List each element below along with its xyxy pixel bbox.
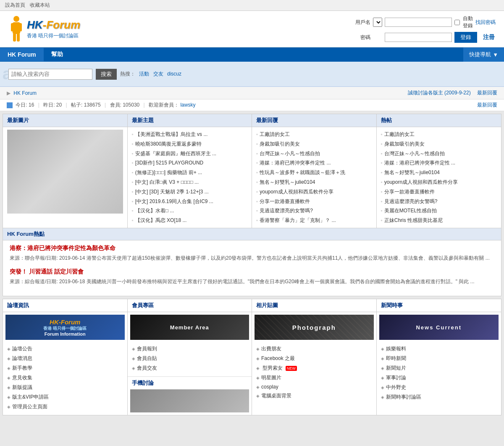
list-item: [中文] 白澤□眞 V3 + □□□□ ... [132, 177, 248, 187]
hot-article-0: 港察：港府已將沖突事件定性為顏色革命 來源：聯合早報/日期: 2019-06-1… [10, 245, 494, 262]
latest-replies-body: 工廠請的女工 身裁加吸引的美女 台灣正妹～小凡～性感自拍 港媒：港府已將沖突事件… [252, 127, 377, 228]
list-item: 會員報到 [132, 344, 248, 354]
mobile-banner [130, 389, 249, 412]
latest-reply-nav-link[interactable]: 最新回覆 [477, 102, 497, 108]
list-item: (無修正)[□□□] 痴藥物語 前+ ... [132, 168, 248, 177]
main-sections: 最新圖片 最新主題 【美洲盃戰士戰場】烏拉圭 vs ... 曉哈斯3800萬復元… [3, 114, 501, 228]
recruit-moderator-link[interactable]: 誠徵討論各版主 (2009-9-22) [408, 90, 472, 96]
list-item: youporn成人視頻和西瓜軟件分享 [256, 187, 372, 197]
password-label: 密碼 [352, 34, 370, 41]
svg-rect-5 [17, 33, 20, 42]
nav-item-forum[interactable]: HK Forum [0, 48, 44, 61]
nav-item-help[interactable]: 幫助 [44, 47, 71, 62]
list-item: 見過這麼漂亮的女警嗎? [256, 206, 372, 216]
list-item: 意見收集 [7, 373, 123, 383]
stats-icon [7, 102, 13, 108]
news-header: 新聞時事 [377, 299, 501, 312]
hot-search-activity[interactable]: 活動 [139, 71, 149, 77]
list-item: 香港警察「暴力」定「克制」？ ... [256, 216, 372, 225]
list-item: 出費朋友 [256, 344, 372, 354]
mobile-section-title: 手機討論 [128, 376, 252, 389]
auto-login-label: 自動登錄 [454, 15, 473, 29]
hot-posts-header: 熱帖 [377, 114, 501, 127]
hot-section: HK Forum熱點 港察：港府已將沖突事件定性為顏色革命 來源：聯合早報/日期… [3, 228, 501, 296]
new-member-link[interactable]: lawsky [180, 102, 195, 108]
list-item: 明星圖片 [256, 373, 372, 383]
latest-topics-list: 【美洲盃戰士戰場】烏拉圭 vs ... 曉哈斯3800萬復元重返多蒙特 安盛基『… [132, 130, 248, 225]
stats-bar: 今日: 16 | 昨日: 20 | 帖子: 138675 | 會員: 10503… [0, 99, 504, 111]
nav-right: 快捷導航 ▼ [463, 47, 504, 62]
member-banner-wrap: Member Area [128, 312, 252, 340]
hot-search-discuz[interactable]: discuz [167, 71, 181, 77]
search-button[interactable]: 搜索 [96, 69, 117, 80]
auto-login-checkbox[interactable] [454, 20, 460, 25]
news-links: 娛樂報料 即時新聞 新聞短片 軍事討論 中外野史 新聞時事討論區 [377, 342, 501, 404]
list-item: 台灣正妹～小凡～性感自拍 [381, 149, 497, 159]
search-bar: a α α α α α 搜索 熱搜： 活動 交友 discuz [0, 62, 504, 87]
breadcrumb: ▶ HK Forum 誠徵討論各版主 (2009-9-22) 最新回覆 [0, 87, 504, 99]
set-home-link[interactable]: 設為首頁 [5, 2, 25, 8]
username-input[interactable] [385, 18, 452, 27]
register-link[interactable]: 注冊 [483, 34, 495, 41]
hot-article-content-1: 來源：綜合報道/日期: 2019-06-18 美國總統川普一小時前發布推特稱與習… [10, 278, 494, 286]
login-area: 用戶名 自動登錄 找回密碼 密碼 登錄 注冊 [352, 15, 496, 43]
list-item: 新版提議 [7, 383, 123, 392]
list-item: 美麗在MOTEL性感自拍 [381, 206, 497, 216]
latest-pic-placeholder [7, 130, 123, 214]
logo-person-icon [8, 16, 24, 43]
list-item: 軍事討論 [381, 373, 497, 383]
logo: HK-Forum 香港 唔只得一個討論區 [8, 16, 80, 43]
latest-replies-section: 最新回覆 工廠請的女工 身裁加吸引的美女 台灣正妹～小凡～性感自拍 港媒：港府已… [252, 114, 377, 228]
list-item: 論壇消息 [7, 354, 123, 363]
list-item: cosplay [256, 383, 372, 391]
latest-pics-section: 最新圖片 [3, 114, 128, 228]
hot-posts-list: 工廠請的女工 身裁加吸引的美女 台灣正妹～小凡～性感自拍 港媒：港府已將沖突事件… [381, 130, 497, 225]
list-item: 【汉化】水着□ ... [132, 206, 248, 216]
member-area-links: 會員報到 會員自貼 會員交友 [128, 342, 252, 375]
username-label: 用戶名 [352, 19, 370, 26]
svg-rect-3 [18, 23, 22, 31]
latest-reply-link[interactable]: 最新回覆 [477, 90, 497, 96]
photo-board-header: 相片貼圖 [252, 299, 376, 312]
list-item: 型男索女 NEW [256, 363, 372, 373]
news-banner-wrap: News Current [377, 312, 501, 340]
member-area-header: 會員專區 [128, 299, 252, 312]
list-item: 港媒：港府已將沖突事件定性 ... [381, 158, 497, 168]
list-item: 曉哈斯3800萬復元重返多蒙特 [132, 139, 248, 149]
list-item: 新聞短片 [381, 363, 497, 373]
forum-info-banner-wrap: HK-Forum 香港 唔只得一個討論區 Forum Information [3, 312, 127, 340]
news-banner: News Current [379, 315, 499, 340]
member-area-section: 會員專區 Member Area 會員報到 會員自貼 會員交友 手機討論 [128, 299, 252, 415]
list-item: 見過這麼漂亮的女警嗎? [381, 197, 497, 206]
forum-info-header: 論壇資訊 [3, 299, 127, 312]
login-button[interactable]: 登錄 [454, 32, 477, 43]
hot-search-social[interactable]: 交友 [153, 71, 163, 77]
username-row: 用戶名 自動登錄 找回密碼 [352, 15, 496, 29]
mobile-banner-wrap [128, 389, 252, 415]
news-section: 新聞時事 News Current 娛樂報料 即時新聞 新聞短片 軍事討論 中外… [377, 299, 501, 415]
forgot-password-link[interactable]: 找回密碼 [475, 19, 496, 26]
quick-nav-button[interactable]: 快捷導航 ▼ [463, 47, 504, 62]
list-item: 會員自貼 [132, 354, 248, 363]
password-input[interactable] [385, 33, 452, 42]
logo-image: HK-Forum 香港 唔只得一個討論區 [8, 16, 80, 43]
search-input[interactable] [8, 69, 92, 80]
password-row: 密碼 登錄 注冊 [352, 32, 496, 43]
latest-topics-section: 最新主題 【美洲盃戰士戰場】烏拉圭 vs ... 曉哈斯3800萬復元重返多蒙特… [128, 114, 252, 228]
hot-posts-body: 工廠請的女工 身裁加吸引的美女 台灣正妹～小凡～性感自拍 港媒：港府已將沖突事件… [377, 127, 501, 228]
list-item: 【汉化】禹恋 XO[18 ... [132, 216, 248, 225]
list-item: 即時新聞 [381, 354, 497, 363]
breadcrumb-home[interactable]: HK Forum [13, 90, 37, 96]
photo-board-section: 相片貼圖 Photograph 出費朋友 Facebook 之最 型男索女 NE… [252, 299, 377, 415]
list-item: 身裁加吸引的美女 [381, 139, 497, 149]
hot-search: 熱搜： 活動 交友 discuz [120, 70, 181, 78]
username-dropdown[interactable] [373, 18, 382, 27]
bookmark-link[interactable]: 收藏本站 [30, 2, 50, 8]
new-badge: NEW [286, 366, 297, 371]
list-item: 中外野史 [381, 383, 497, 392]
hot-article-title-1: 突發！ 川習通話 話定川習會 [10, 268, 494, 276]
latest-replies-list: 工廠請的女工 身裁加吸引的美女 台灣正妹～小凡～性感自拍 港媒：港府已將沖突事件… [256, 130, 372, 225]
latest-pics-body [3, 127, 128, 228]
forum-info-banner: HK-Forum 香港 唔只得一個討論區 Forum Information [5, 315, 125, 340]
list-item: [中文] 2019.6.19同人合集 [合IC9 ... [132, 197, 248, 206]
